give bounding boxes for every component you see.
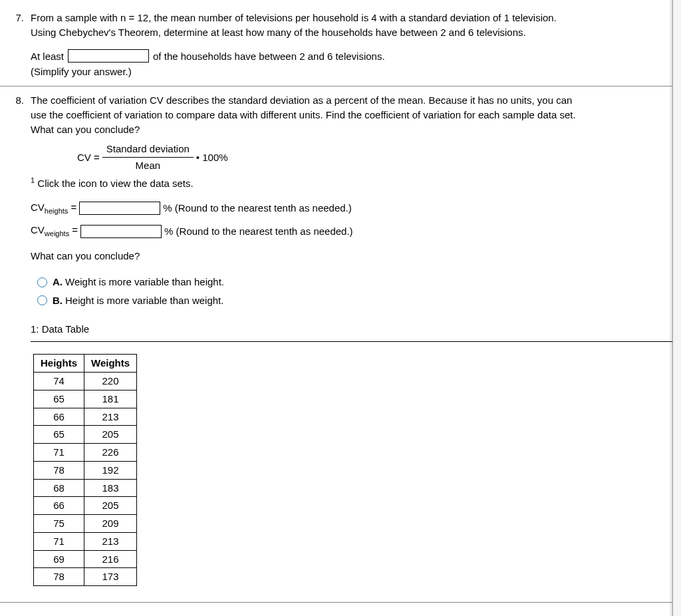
data-table-title: 1: Data Table	[31, 322, 673, 337]
data-table: Heights Weights 742206518166213652057122…	[33, 354, 137, 586]
table-cell: 68	[34, 479, 84, 497]
table-row: 78173	[34, 568, 137, 586]
question-number-8: 8.	[5, 93, 31, 586]
question-number-7: 7.	[5, 11, 31, 79]
radio-icon[interactable]	[37, 277, 47, 287]
q7-simplify-note: (Simplify your answer.)	[31, 65, 673, 79]
table-cell: 213	[84, 408, 137, 426]
click-icon-note: 1 Click the icon to view the data sets.	[31, 176, 673, 191]
table-cell: 65	[34, 390, 84, 408]
table-cell: 75	[34, 515, 84, 533]
table-row: 65205	[34, 426, 137, 444]
table-cell: 181	[84, 390, 137, 408]
table-cell: 209	[84, 515, 137, 533]
cv-eq-label: CV =	[77, 150, 100, 165]
option-a-row[interactable]: A.Weight is more variable than height.	[37, 273, 673, 291]
table-cell: 192	[84, 461, 137, 479]
cv-formula: CV = Standard deviation Mean • 100%	[77, 142, 673, 173]
table-cell: 78	[34, 461, 84, 479]
table-cell: 71	[34, 532, 84, 550]
table-row: 74220	[34, 373, 137, 390]
radio-icon[interactable]	[37, 295, 47, 305]
table-cell: 205	[84, 426, 137, 444]
table-cell: 71	[34, 444, 84, 462]
q7-atleast-post: of the households have between 2 and 6 t…	[153, 49, 385, 64]
table-row: 68183	[34, 479, 137, 497]
conclude-prompt: What can you conclude?	[31, 249, 673, 263]
cv-heights-label: CVheights =	[31, 200, 76, 217]
q8-prompt-line2: use the coefficient of variation to comp…	[31, 108, 673, 122]
option-b-label: B.	[53, 295, 63, 306]
cv-weights-round-note: % (Round to the nearest tenth as needed.…	[164, 224, 353, 239]
question-8: 8. The coefficient of variation CV descr…	[0, 89, 681, 590]
table-row: 69216	[34, 550, 137, 568]
divider-bottom	[0, 602, 681, 603]
table-cell: 74	[34, 373, 84, 390]
cv-weights-input[interactable]	[80, 225, 162, 238]
right-margin	[672, 0, 681, 612]
table-cell: 65	[34, 426, 84, 444]
option-b-text: Height is more variable than weight.	[65, 295, 223, 306]
table-row: 75209	[34, 515, 137, 533]
divider	[0, 86, 681, 86]
table-rule	[31, 341, 673, 342]
table-row: 71213	[34, 532, 137, 550]
table-cell: 226	[84, 444, 137, 462]
table-cell: 205	[84, 497, 137, 515]
table-row: 78192	[34, 461, 137, 479]
q8-prompt-line1: The coefficient of variation CV describe…	[31, 93, 673, 108]
formula-times-100: • 100%	[196, 150, 228, 165]
cv-heights-input[interactable]	[79, 202, 160, 215]
option-b-row[interactable]: B.Height is more variable than weight.	[37, 291, 673, 310]
option-a-text: Weight is more variable than height.	[65, 276, 224, 287]
q7-answer-input[interactable]	[68, 49, 149, 63]
q7-prompt-line2: Using Chebychev's Theorem, determine at …	[31, 25, 673, 40]
q8-prompt-line3: What can you conclude?	[31, 122, 673, 137]
table-row: 66205	[34, 497, 137, 515]
table-row: 65181	[34, 390, 137, 408]
table-cell: 66	[34, 497, 84, 515]
formula-denominator: Mean	[136, 158, 161, 173]
table-header-row: Heights Weights	[34, 355, 137, 373]
q7-atleast-pre: At least	[31, 49, 64, 64]
table-cell: 78	[34, 568, 84, 586]
table-cell: 213	[84, 532, 137, 550]
q7-prompt-line1: From a sample with n = 12, the mean numb…	[31, 11, 673, 25]
cv-weights-label: CVweights =	[31, 223, 78, 239]
table-cell: 183	[84, 479, 137, 497]
table-row: 66213	[34, 408, 137, 426]
question-7: 7. From a sample with n = 12, the mean n…	[0, 7, 681, 83]
cv-heights-round-note: % (Round to the nearest tenth as needed.…	[163, 201, 352, 216]
col-weights: Weights	[84, 355, 137, 373]
table-row: 71226	[34, 444, 137, 462]
option-a-label: A.	[53, 276, 63, 287]
table-cell: 220	[84, 373, 137, 390]
table-cell: 66	[34, 408, 84, 426]
table-cell: 69	[34, 550, 84, 568]
table-cell: 173	[84, 568, 137, 586]
formula-numerator: Standard deviation	[102, 142, 194, 158]
col-heights: Heights	[34, 355, 84, 373]
table-cell: 216	[84, 550, 137, 568]
